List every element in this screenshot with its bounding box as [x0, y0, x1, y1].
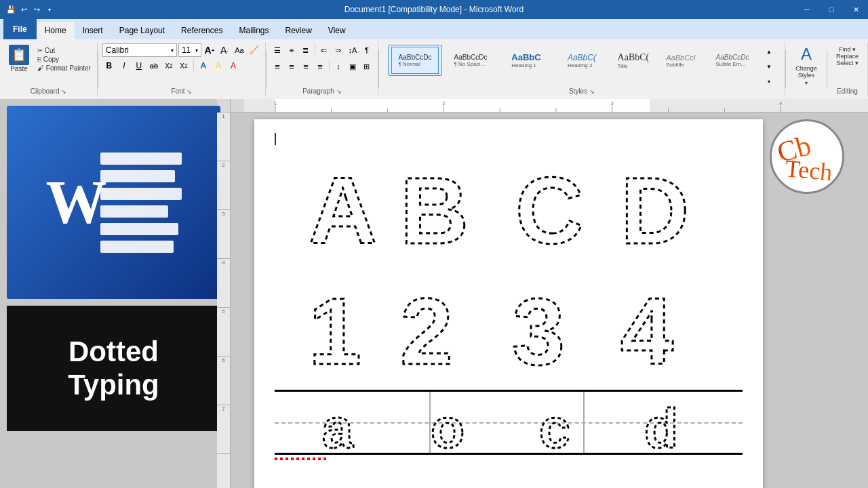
tab-page-layout[interactable]: Page Layout [111, 22, 173, 39]
document-page[interactable]: A B C D 1 2 3 4 [254, 119, 763, 488]
style-no-spacing-preview: AaBbCcDc ¶ No Spaci... [447, 47, 494, 74]
svg-text:3: 3 [512, 278, 565, 378]
app-body: W DottedTyping 1 2 3 4 [0, 99, 868, 488]
cut-button[interactable]: ✂ Cut [35, 46, 93, 55]
tab-view[interactable]: View [320, 22, 354, 39]
style-heading2[interactable]: AaBbC( Heading 2 [555, 45, 609, 76]
document-area: 1 2 3 4 A B [231, 99, 868, 488]
ruler-v-mark-2: 2 [217, 161, 230, 210]
italic-button[interactable]: I [117, 59, 131, 73]
underline-button[interactable]: U [132, 59, 146, 73]
subscript-button[interactable]: X2 [162, 59, 176, 73]
letters-svg: A B C D [275, 148, 736, 257]
window-controls: ─ □ ✕ [795, 0, 868, 19]
highlight-button[interactable]: A [212, 59, 225, 73]
word-w-letter: W [46, 167, 107, 237]
ribbon-tabs: File Home Insert Page Layout References … [0, 19, 868, 39]
paste-button[interactable]: 📋 Paste [4, 43, 34, 73]
bold-button[interactable]: B [102, 59, 116, 73]
change-styles-button[interactable]: A ChangeStyles ▾ [786, 42, 827, 96]
font-grow-button[interactable]: A+ [203, 43, 216, 57]
style-heading1[interactable]: AaBbC Heading 1 [499, 45, 553, 76]
right-logo-area: Cb Tech [770, 119, 844, 481]
decrease-indent-button[interactable]: ⇐ [317, 43, 331, 57]
style-normal[interactable]: AaBbCcDc ¶ Normal [388, 45, 442, 76]
close-button[interactable]: ✕ [844, 0, 868, 19]
svg-text:3: 3 [611, 101, 614, 106]
tab-review[interactable]: Review [277, 22, 319, 39]
tab-insert[interactable]: Insert [75, 22, 111, 39]
justify-button[interactable]: ≡ [313, 60, 327, 73]
format-painter-button[interactable]: 🖌 Format Painter [35, 64, 93, 73]
svg-text:1: 1 [309, 278, 361, 378]
redo-icon[interactable]: ↪ [31, 4, 42, 15]
bullets-button[interactable]: ☰ [271, 43, 284, 57]
cursor-position [275, 133, 743, 145]
ruler-v-mark-7: 7 [217, 405, 230, 454]
lowercase-svg: a o c d [275, 392, 736, 453]
copy-button[interactable]: ⎘ Copy [35, 55, 93, 64]
font-group: Calibri ▾ 11 ▾ A+ A- Aa 🧹 B I U ab X2 X2 [98, 42, 266, 96]
shading-button[interactable]: ▣ [346, 60, 359, 73]
styles-scroll-up[interactable]: ▲ [762, 45, 776, 58]
font-name-selector[interactable]: Calibri ▾ [102, 43, 177, 57]
font-size-selector[interactable]: 11 ▾ [178, 43, 201, 57]
styles-scroll-down[interactable]: ▼ [762, 60, 776, 73]
svg-text:D: D [620, 157, 689, 257]
align-left-button[interactable]: ≡ [271, 60, 284, 73]
lowercase-section: a o c d [275, 390, 743, 460]
font-name-value: Calibri [106, 45, 129, 55]
style-subtle-emphasis[interactable]: AaBbCcDc Subtle Em... [705, 45, 760, 76]
clipboard-group: 📋 Paste ✂ Cut ⎘ Copy 🖌 Format Painter Cl… [0, 42, 98, 96]
svg-text:4: 4 [779, 101, 782, 106]
tab-references[interactable]: References [173, 22, 231, 39]
style-subtitle[interactable]: AaBbCcI Subtitle [658, 45, 704, 76]
paragraph-label: Paragraph ↘ [267, 87, 378, 95]
borders-button[interactable]: ⊞ [360, 60, 374, 73]
svg-text:o: o [431, 397, 465, 453]
logo-svg: Cb Tech [773, 123, 841, 190]
multilevel-button[interactable]: ≣ [299, 43, 313, 57]
show-marks-button[interactable]: ¶ [360, 43, 374, 57]
font-color-button[interactable]: A [226, 59, 240, 73]
style-no-spacing[interactable]: AaBbCcDc ¶ No Spaci... [443, 45, 498, 76]
dotted-banner: DottedTyping [7, 306, 220, 431]
svg-text:1: 1 [274, 101, 277, 106]
change-case-button[interactable]: Aa [233, 43, 246, 57]
undo-icon[interactable]: ↩ [18, 4, 29, 15]
tab-mailings[interactable]: Mailings [231, 22, 277, 39]
align-right-button[interactable]: ≡ [299, 60, 313, 73]
superscript-button[interactable]: X2 [177, 59, 191, 73]
svg-text:4: 4 [620, 278, 673, 378]
letters-section: A B C D [275, 148, 743, 259]
font-shrink-button[interactable]: A- [218, 43, 231, 57]
customize-quick-access-icon[interactable]: ▾ [44, 4, 55, 15]
sort-button[interactable]: ↕A [346, 43, 359, 57]
vertical-ruler: 1 2 3 4 5 6 7 [217, 99, 231, 488]
tab-home[interactable]: Home [37, 22, 75, 39]
clear-format-button[interactable]: 🧹 [248, 43, 261, 57]
save-icon[interactable]: 💾 [5, 4, 16, 15]
ruler-v-mark-6: 6 [217, 357, 230, 405]
increase-indent-button[interactable]: ⇒ [332, 43, 345, 57]
strikethrough-button[interactable]: ab [147, 59, 161, 73]
tab-file[interactable]: File [3, 19, 37, 39]
svg-text:d: d [644, 397, 678, 453]
clipboard-label: Clipboard ↘ [0, 87, 97, 95]
style-title[interactable]: AaBbC( Title [610, 45, 656, 76]
line-spacing-button[interactable]: ↕ [332, 60, 345, 73]
svg-text:c: c [539, 397, 570, 453]
ribbon-content: 📋 Paste ✂ Cut ⎘ Copy 🖌 Format Painter Cl… [0, 39, 868, 99]
word-logo: W [7, 106, 220, 299]
numbering-button[interactable]: ≡ [285, 43, 298, 57]
svg-text:A: A [309, 157, 377, 257]
styles-expand[interactable]: ▾ [762, 75, 776, 88]
page-wrapper[interactable]: A B C D 1 2 3 4 [231, 113, 868, 488]
editing-label: Editing [827, 87, 867, 95]
text-effects-button[interactable]: A [197, 59, 210, 73]
style-subtle-emphasis-preview: AaBbCcDc Subtle Em... [709, 47, 756, 74]
maximize-button[interactable]: □ [819, 0, 844, 19]
center-button[interactable]: ≡ [285, 60, 298, 73]
style-heading1-preview: AaBbC Heading 1 [502, 47, 550, 74]
minimize-button[interactable]: ─ [795, 0, 819, 19]
